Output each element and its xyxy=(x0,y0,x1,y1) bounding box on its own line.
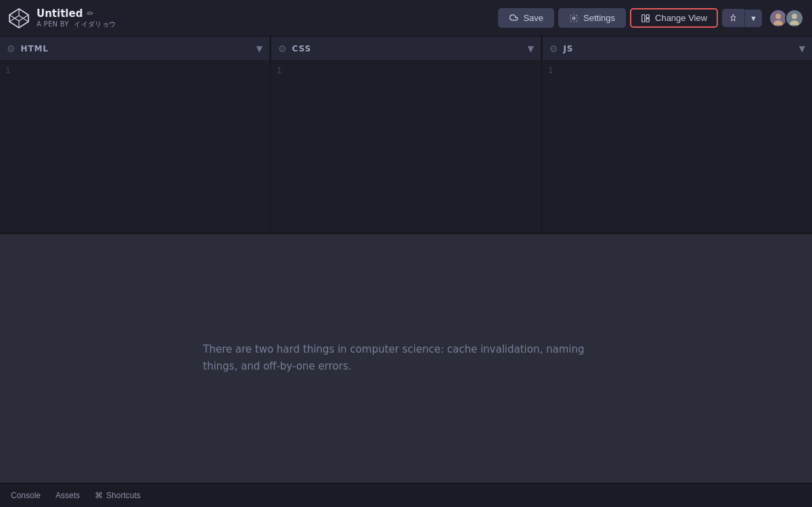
js-gear-icon[interactable]: ⚙ xyxy=(549,43,558,54)
pin-caret-button[interactable]: ▼ xyxy=(744,9,762,27)
pen-author: A PEN BY イイダリョウ xyxy=(37,20,116,29)
pin-icon xyxy=(729,14,738,22)
js-panel-caret[interactable]: ▼ xyxy=(799,44,805,53)
pin-button[interactable] xyxy=(722,9,744,27)
avatar-image-1 xyxy=(771,12,785,25)
svg-line-1 xyxy=(9,15,19,21)
html-editor[interactable]: 1 xyxy=(0,61,269,232)
svg-rect-9 xyxy=(646,14,649,18)
pin-caret-icon: ▼ xyxy=(750,14,757,22)
css-editor[interactable]: 1 xyxy=(271,61,541,232)
js-line-1: 1 xyxy=(548,66,553,75)
html-panel-title: HTML xyxy=(21,44,251,53)
svg-rect-10 xyxy=(646,18,649,22)
nav-actions: Save Settings Change View xyxy=(498,8,804,28)
pen-title: Untitled xyxy=(37,7,83,20)
editor-area: ⚙ HTML ▼ 1 ⚙ CSS ▼ 1 ⚙ JS ▼ 1 xyxy=(0,37,812,234)
html-panel-header: ⚙ HTML ▼ xyxy=(0,37,269,61)
css-panel-header: ⚙ CSS ▼ xyxy=(271,37,541,61)
svg-line-5 xyxy=(9,16,19,22)
pen-title-row: Untitled ✏ xyxy=(37,7,116,20)
svg-point-7 xyxy=(572,17,575,20)
svg-point-13 xyxy=(792,14,797,19)
js-panel-title: JS xyxy=(564,44,794,53)
avatar-group xyxy=(769,9,804,28)
change-view-label: Change View xyxy=(655,13,707,23)
js-panel: ⚙ JS ▼ 1 xyxy=(543,37,812,232)
svg-point-14 xyxy=(790,20,798,25)
css-line-1: 1 xyxy=(277,66,281,75)
html-line-1: 1 xyxy=(5,66,10,75)
css-panel-caret[interactable]: ▼ xyxy=(528,44,534,53)
bottom-bar: Console Assets ⌘ Shortcuts xyxy=(0,483,812,507)
css-gear-icon[interactable]: ⚙ xyxy=(278,43,287,54)
avatar-image-2 xyxy=(788,12,801,25)
html-panel: ⚙ HTML ▼ 1 xyxy=(0,37,271,232)
pin-button-group: ▼ xyxy=(722,9,762,27)
preview-area: There are two hard things in computer sc… xyxy=(0,234,812,483)
shortcuts-label: Shortcuts xyxy=(106,491,141,500)
change-view-button[interactable]: Change View xyxy=(630,8,718,28)
codepen-logo xyxy=(8,7,30,29)
html-panel-caret[interactable]: ▼ xyxy=(256,44,263,53)
js-editor[interactable]: 1 xyxy=(543,61,812,232)
svg-point-11 xyxy=(775,14,781,19)
svg-line-6 xyxy=(19,16,28,22)
shortcuts-icon: ⌘ xyxy=(95,491,103,500)
shortcuts-button[interactable]: ⌘ Shortcuts xyxy=(88,487,148,504)
svg-line-2 xyxy=(19,15,28,21)
settings-button[interactable]: Settings xyxy=(558,8,626,28)
js-panel-header: ⚙ JS ▼ xyxy=(543,37,812,61)
css-panel-title: CSS xyxy=(292,44,522,53)
settings-icon xyxy=(569,14,579,23)
css-panel: ⚙ CSS ▼ 1 xyxy=(271,37,543,232)
save-button[interactable]: Save xyxy=(498,8,554,28)
console-button[interactable]: Console xyxy=(4,487,47,504)
avatar-2 xyxy=(785,9,804,28)
preview-quote: There are two hard things in computer sc… xyxy=(203,341,609,376)
pen-info: Untitled ✏ A PEN BY イイダリョウ xyxy=(37,7,116,29)
settings-label: Settings xyxy=(583,13,615,23)
brand-area: Untitled ✏ A PEN BY イイダリョウ xyxy=(8,7,491,29)
svg-point-12 xyxy=(773,20,782,25)
top-nav: Untitled ✏ A PEN BY イイダリョウ Save Settings xyxy=(0,0,812,37)
cloud-icon xyxy=(509,14,518,23)
edit-icon[interactable]: ✏ xyxy=(87,9,93,18)
assets-label: Assets xyxy=(55,491,80,500)
svg-rect-8 xyxy=(642,14,645,22)
change-view-icon xyxy=(641,14,650,23)
assets-button[interactable]: Assets xyxy=(49,487,87,504)
console-label: Console xyxy=(11,491,41,500)
html-gear-icon[interactable]: ⚙ xyxy=(7,43,16,54)
save-label: Save xyxy=(523,13,543,23)
